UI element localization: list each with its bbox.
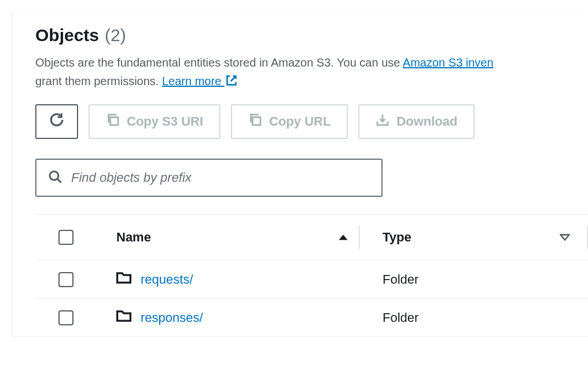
table-row: responses/ Folder — [35, 298, 588, 336]
object-type: Folder — [383, 272, 418, 287]
panel-description: Objects are the fundamental entities sto… — [35, 53, 588, 91]
svg-rect-0 — [111, 118, 119, 126]
object-count: (2) — [105, 25, 126, 45]
learn-more-link[interactable]: Learn more — [162, 75, 237, 87]
svg-point-2 — [50, 171, 58, 180]
column-header-name[interactable]: Name — [93, 226, 359, 249]
copy-s3-uri-label: Copy S3 URI — [127, 114, 203, 129]
folder-icon — [116, 270, 131, 289]
select-all-checkbox[interactable] — [58, 230, 74, 245]
row-checkbox[interactable] — [58, 310, 74, 325]
action-toolbar: Copy S3 URI Copy URL Download — [35, 104, 588, 139]
object-name-link[interactable]: requests/ — [141, 272, 193, 287]
table-row: requests/ Folder — [35, 260, 588, 298]
download-button[interactable]: Download — [358, 104, 475, 139]
search-input[interactable] — [70, 160, 370, 196]
download-icon — [376, 113, 389, 130]
table-header-row: Name Type — [35, 215, 588, 260]
svg-rect-1 — [253, 118, 261, 126]
refresh-icon — [49, 112, 64, 131]
filter-container — [35, 159, 588, 197]
column-header-type-label: Type — [383, 230, 411, 245]
sort-none-icon — [560, 232, 570, 243]
copy-icon — [248, 113, 262, 130]
external-link-icon — [226, 73, 237, 91]
copy-icon — [106, 113, 120, 130]
description-suffix: grant them permissions. — [35, 75, 162, 87]
search-box[interactable] — [35, 159, 383, 197]
row-checkbox[interactable] — [58, 272, 74, 287]
refresh-button[interactable] — [35, 104, 78, 139]
copy-s3-uri-button[interactable]: Copy S3 URI — [89, 104, 220, 139]
sort-ascending-icon — [338, 232, 348, 243]
column-header-name-label: Name — [93, 230, 151, 245]
object-name-link[interactable]: responses/ — [141, 310, 203, 325]
folder-icon — [116, 309, 131, 327]
copy-url-button[interactable]: Copy URL — [231, 104, 348, 139]
s3-inventory-link[interactable]: Amazon S3 inven — [403, 56, 494, 69]
download-label: Download — [396, 114, 457, 129]
description-text: Objects are the fundamental entities sto… — [35, 56, 403, 69]
objects-table: Name Type — [35, 214, 588, 336]
column-header-type[interactable]: Type — [359, 226, 588, 249]
objects-panel: Objects (2) Objects are the fundamental … — [12, 12, 588, 337]
object-type: Folder — [383, 310, 418, 325]
search-icon — [48, 170, 62, 186]
panel-heading: Objects (2) — [35, 25, 588, 45]
copy-url-label: Copy URL — [269, 114, 330, 129]
panel-title: Objects — [35, 25, 99, 45]
